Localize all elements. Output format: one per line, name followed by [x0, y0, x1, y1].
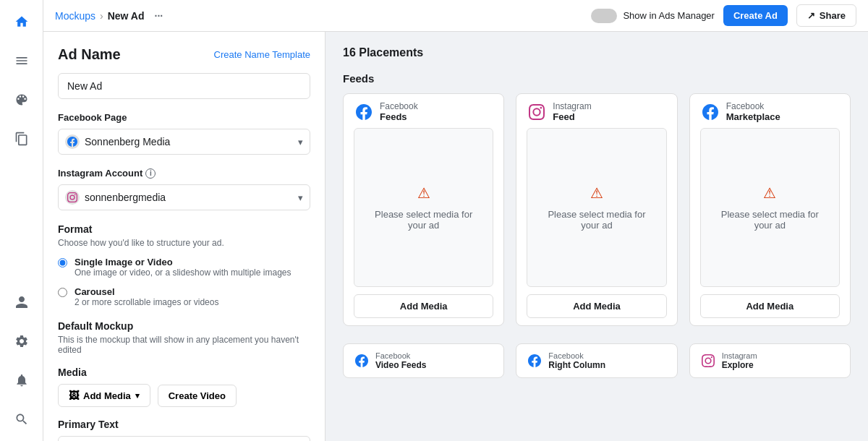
instagram-account-select[interactable]: sonnenbergmedia — [58, 184, 310, 210]
feed-card-facebook-feeds-header: Facebook Feeds — [344, 94, 503, 128]
feeds-section: Feeds Facebook Feeds ⚠ — [343, 72, 851, 326]
create-name-template-link[interactable]: Create Name Template — [214, 49, 310, 60]
sidebar-icon-settings[interactable] — [9, 328, 35, 354]
sidebar-icon-palette[interactable] — [9, 87, 35, 113]
feeds-grid: Facebook Feeds ⚠ Please select media for… — [343, 93, 851, 326]
bottom-feed-card-right-column: Facebook Right Column — [516, 343, 677, 378]
instagram-account-label: Instagram Account i — [58, 168, 310, 179]
feed-card-facebook-feeds: Facebook Feeds ⚠ Please select media for… — [343, 93, 504, 326]
facebook-marketplace-card-footer: Add Media — [690, 287, 850, 325]
instagram-feed-warning-text: Please select media for your ad — [539, 209, 654, 231]
sidebar-icon-copy[interactable] — [9, 126, 35, 152]
carousel-radio[interactable] — [58, 288, 67, 297]
add-media-button[interactable]: 🖼 Add Media ▾ — [58, 384, 150, 407]
sidebar-icon-search[interactable] — [9, 406, 35, 432]
placements-count: 16 Placements — [343, 46, 851, 59]
facebook-marketplace-platform-icon — [700, 102, 720, 122]
instagram-feed-platform: Instagram — [553, 101, 591, 111]
carousel-desc: 2 or more scrollable images or videos — [75, 297, 218, 307]
feed-card-instagram-feed-header: Instagram Feed — [516, 94, 676, 128]
single-image-label-wrap: Single Image or Video One image or video… — [75, 257, 291, 278]
video-feeds-platform-icon — [354, 353, 370, 369]
facebook-feeds-add-media-button[interactable]: Add Media — [354, 294, 493, 318]
facebook-feeds-platform-icon — [354, 102, 374, 122]
facebook-marketplace-card-body: ⚠ Please select media for your ad — [700, 128, 840, 287]
default-mockup-title: Default Mockup — [58, 320, 310, 332]
sidebar-icon-account[interactable] — [9, 289, 35, 315]
instagram-feed-card-footer: Add Media — [516, 287, 676, 325]
right-column-header-text: Facebook Right Column — [548, 351, 605, 370]
facebook-feeds-card-body: ⚠ Please select media for your ad — [354, 128, 493, 287]
facebook-marketplace-warning-icon: ⚠ — [763, 184, 776, 202]
instagram-feed-platform-icon — [527, 102, 547, 122]
bottom-feed-video-feeds-header: Facebook Video Feeds — [354, 351, 493, 370]
default-mockup-section: Default Mockup This is the mockup that w… — [58, 320, 310, 355]
instagram-explore-type: Explore — [722, 360, 757, 370]
single-image-label: Single Image or Video — [75, 257, 291, 267]
sidebar-icon-home[interactable] — [9, 9, 35, 35]
instagram-feed-header-text: Instagram Feed — [553, 101, 591, 122]
instagram-feed-card-body: ⚠ Please select media for your ad — [527, 128, 666, 287]
sidebar — [0, 0, 43, 441]
instagram-feed-warning-icon: ⚠ — [590, 184, 603, 202]
topbar-actions: Show in Ads Manager Create Ad ↗ Share — [591, 4, 856, 27]
ad-name-section-header: Ad Name Create Name Template — [58, 46, 310, 63]
facebook-page-label: Facebook Page — [58, 112, 310, 123]
right-column-type: Right Column — [548, 360, 605, 370]
instagram-account-icon — [65, 190, 80, 205]
facebook-feeds-type: Feeds — [380, 111, 418, 122]
format-title: Format — [58, 223, 310, 235]
bottom-feed-card-video-feeds: Facebook Video Feeds — [343, 343, 504, 378]
facebook-page-select-wrap: Sonnenberg Media ▾ — [58, 129, 310, 155]
ads-manager-toggle[interactable] — [591, 9, 617, 23]
facebook-marketplace-header-text: Facebook Marketplace — [726, 101, 780, 122]
main-content: Ad Name Create Name Template Facebook Pa… — [43, 32, 868, 441]
primary-text-section: Primary Text — [58, 419, 310, 441]
single-image-radio[interactable] — [58, 258, 67, 267]
single-image-desc: One image or video, or a slideshow with … — [75, 267, 291, 278]
breadcrumb-current: New Ad — [108, 10, 145, 22]
instagram-account-select-wrap: sonnenbergmedia ▾ — [58, 184, 310, 210]
right-column-platform-icon — [527, 353, 542, 369]
feed-card-facebook-marketplace: Facebook Marketplace ⚠ Please select med… — [689, 93, 851, 326]
feeds-title: Feeds — [343, 72, 851, 85]
facebook-marketplace-platform: Facebook — [726, 101, 780, 111]
bottom-feed-right-column-header: Facebook Right Column — [527, 351, 666, 370]
right-column-platform: Facebook — [548, 351, 605, 360]
bottom-feed-card-instagram-explore: Instagram Explore — [689, 343, 851, 378]
video-feeds-platform: Facebook — [375, 351, 426, 360]
primary-text-title: Primary Text — [58, 419, 310, 430]
carousel-radio-option[interactable]: Carousel 2 or more scrollable images or … — [58, 286, 310, 307]
facebook-marketplace-type: Marketplace — [726, 111, 780, 122]
bottom-feed-instagram-explore-header: Instagram Explore — [700, 351, 840, 370]
carousel-label-wrap: Carousel 2 or more scrollable images or … — [75, 286, 218, 307]
feed-card-instagram-feed: Instagram Feed ⚠ Please select media for… — [516, 93, 677, 326]
share-label: Share — [820, 10, 846, 21]
facebook-marketplace-add-media-button[interactable]: Add Media — [700, 294, 840, 318]
add-media-dropdown-icon: ▾ — [135, 391, 140, 401]
format-description: Choose how you'd like to structure your … — [58, 238, 310, 248]
right-panel: 16 Placements Feeds Facebook Feeds — [326, 32, 868, 441]
create-video-button[interactable]: Create Video — [158, 385, 237, 407]
more-options-icon[interactable]: ··· — [155, 10, 163, 22]
sidebar-icon-notifications[interactable] — [9, 367, 35, 393]
instagram-explore-platform-icon — [700, 353, 716, 369]
facebook-page-icon — [65, 134, 80, 149]
media-buttons: 🖼 Add Media ▾ Create Video — [58, 384, 310, 407]
instagram-feed-add-media-button[interactable]: Add Media — [527, 294, 666, 318]
carousel-label: Carousel — [75, 286, 218, 297]
create-ad-button[interactable]: Create Ad — [723, 5, 788, 26]
breadcrumb-parent[interactable]: Mockups — [55, 10, 95, 22]
ad-name-input[interactable] — [58, 73, 310, 99]
single-image-radio-option[interactable]: Single Image or Video One image or video… — [58, 257, 310, 278]
video-feeds-type: Video Feeds — [375, 360, 426, 370]
facebook-marketplace-warning-text: Please select media for your ad — [712, 209, 827, 231]
topbar: Mockups › New Ad ··· Show in Ads Manager… — [43, 0, 868, 32]
primary-text-input[interactable] — [58, 436, 310, 441]
instagram-info-icon[interactable]: i — [145, 168, 156, 179]
sidebar-icon-menu[interactable] — [9, 48, 35, 74]
breadcrumb: Mockups › New Ad ··· — [55, 10, 591, 22]
facebook-page-select[interactable]: Sonnenberg Media — [58, 129, 310, 155]
media-section: Media 🖼 Add Media ▾ Create Video — [58, 367, 310, 407]
share-button[interactable]: ↗ Share — [796, 4, 856, 27]
